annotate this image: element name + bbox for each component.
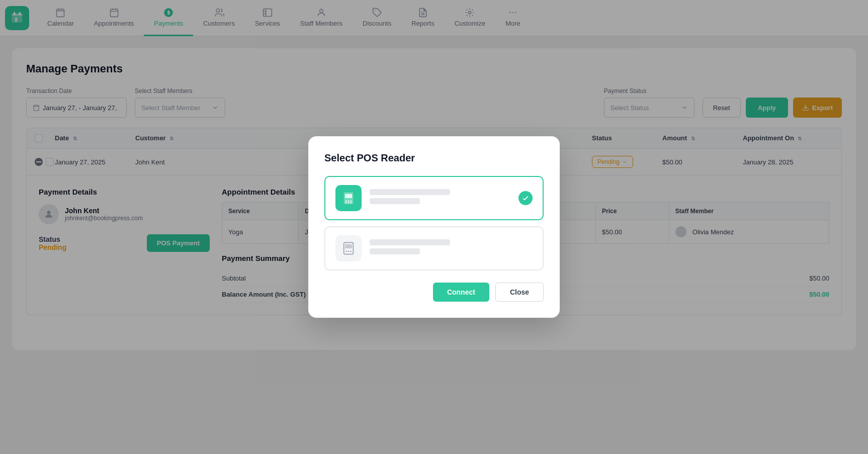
svg-rect-19 <box>351 201 352 202</box>
pos-name-bar-2 <box>370 239 450 245</box>
pos-name-bar-1-sub <box>370 198 420 204</box>
svg-rect-22 <box>351 202 352 203</box>
connect-button[interactable]: Connect <box>433 283 489 302</box>
pos-reader-2-name <box>370 239 533 257</box>
pos-icon-selected <box>335 185 362 211</box>
close-button[interactable]: Close <box>495 283 544 302</box>
pos-name-bar-2-sub <box>370 248 420 254</box>
svg-rect-24 <box>345 244 352 248</box>
pos-name-bar-1 <box>370 189 450 195</box>
svg-rect-20 <box>345 202 346 203</box>
select-pos-reader-modal: Select POS Reader <box>308 136 560 318</box>
svg-rect-21 <box>348 202 349 203</box>
svg-rect-17 <box>345 201 346 202</box>
modal-overlay: Select POS Reader <box>0 0 868 362</box>
pos-reader-item-1[interactable] <box>324 176 544 220</box>
modal-footer: Connect Close <box>324 283 544 302</box>
svg-rect-18 <box>348 201 349 202</box>
check-icon-selected <box>518 191 533 205</box>
pos-icon-unselected <box>335 235 362 261</box>
pos-reader-item-2[interactable] <box>324 226 544 270</box>
pos-reader-1-name <box>370 189 510 207</box>
svg-rect-27 <box>351 251 352 252</box>
modal-title: Select POS Reader <box>324 152 544 164</box>
svg-rect-16 <box>345 194 352 198</box>
svg-rect-26 <box>348 251 349 252</box>
svg-rect-25 <box>345 251 346 252</box>
